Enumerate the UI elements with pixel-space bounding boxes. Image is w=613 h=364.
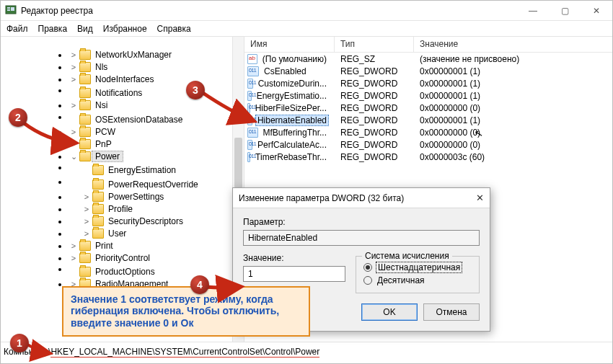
chevron-right-icon[interactable]: > [81, 203, 92, 215]
folder-icon [79, 127, 91, 137]
tree-item[interactable]: PowerRequestOverride [81, 178, 241, 190]
value-row[interactable]: CustomizeDurin...REG_DWORD0x00000001 (1) [244, 77, 612, 89]
close-button[interactable]: ✕ [581, 1, 612, 20]
tree-item[interactable]: >Nsi [69, 99, 241, 112]
dialog-body: Параметр: Значение: Система исчисления Ш… [233, 208, 490, 293]
dialog-titlebar: Изменение параметра DWORD (32 бита) ✕ [233, 188, 490, 208]
value-row[interactable]: MfBufferingThr...REG_DWORD0x00000000 (0) [244, 126, 612, 138]
value-type: REG_DWORD [335, 152, 414, 162]
tree-item[interactable]: >Print [69, 239, 241, 252]
value-name: HiberFileSizePer... [253, 102, 329, 114]
menu-view[interactable]: Вид [77, 24, 93, 34]
value-row[interactable]: EnergyEstimatio...REG_DWORD0x00000001 (1… [244, 89, 612, 102]
tree-item[interactable]: >SecurityDescriptors [81, 215, 241, 227]
tree-item[interactable]: >PnP [69, 138, 241, 150]
value-label: Значение: [243, 253, 345, 263]
value-type: REG_DWORD [335, 103, 414, 113]
tree-item[interactable]: >NodeInterfaces [69, 73, 241, 85]
tree-item-label: PCW [92, 126, 119, 138]
folder-icon [79, 62, 91, 72]
col-value[interactable]: Значение [414, 37, 594, 52]
tree-item[interactable]: >PriorityControl [69, 252, 241, 264]
tree-root: >NetworkUxManager>Nls>NodeInterfacesNoti… [1, 48, 241, 290]
chevron-right-icon[interactable]: > [69, 74, 79, 85]
chevron-right-icon[interactable]: > [69, 138, 79, 150]
badge-3: 3 [186, 81, 205, 99]
col-type[interactable]: Тип [335, 37, 414, 52]
col-name[interactable]: Имя [244, 37, 335, 52]
chevron-right-icon[interactable]: > [69, 240, 79, 252]
value-list: (По умолчанию)REG_SZ(значение не присвое… [244, 53, 612, 163]
chevron-right-icon[interactable]: > [81, 216, 92, 227]
tree-item[interactable]: >Profile [81, 203, 241, 215]
reg-dword-icon [247, 128, 258, 138]
value-row[interactable]: CsEnabledREG_DWORD0x00000001 (1) [244, 65, 612, 77]
param-input[interactable] [243, 230, 480, 246]
reg-dword-icon [247, 66, 259, 76]
chevron-right-icon[interactable]: > [81, 191, 92, 203]
value-data: 0x00000000 (0) [414, 140, 594, 150]
value-row[interactable]: HiberFileSizePer...REG_DWORD0x00000000 (… [244, 102, 612, 114]
reg-dword-icon [247, 140, 252, 150]
cancel-button[interactable]: Отмена [423, 303, 480, 321]
tree-item-label: SecurityDescriptors [105, 216, 187, 227]
tree-item[interactable]: >PCW [69, 125, 241, 138]
chevron-right-icon[interactable]: > [69, 49, 79, 61]
value-input[interactable] [243, 266, 345, 282]
chevron-right-icon[interactable]: > [69, 252, 79, 264]
chevron-right-icon[interactable]: > [69, 126, 79, 138]
window-controls: — ▢ ✕ [517, 1, 612, 20]
statusbar: Компьютер\HKEY_LOCAL_MACHINE\SYSTEM\Curr… [1, 342, 612, 361]
folder-icon [79, 74, 91, 84]
folder-icon [79, 100, 91, 110]
value-data: 0x00000001 (1) [414, 79, 594, 89]
value-row[interactable]: (По умолчанию)REG_SZ(значение не присвое… [244, 53, 612, 65]
list-header: Имя Тип Значение [244, 37, 612, 53]
value-name: EnergyEstimatio... [255, 90, 329, 102]
menubar: Файл Правка Вид Избранное Справка [1, 21, 612, 37]
tree-item[interactable]: Notifications [69, 87, 241, 99]
chevron-right-icon[interactable]: > [69, 99, 79, 111]
svg-rect-3 [11, 7, 14, 11]
radio-hex[interactable]: Шестнадцатеричная [363, 261, 472, 274]
folder-icon [92, 216, 104, 226]
value-type: REG_DWORD [335, 66, 414, 76]
window-title: Редактор реестра [21, 6, 517, 16]
tree-item[interactable]: >User [81, 227, 241, 239]
menu-edit[interactable]: Правка [38, 24, 68, 34]
radio-dec[interactable]: Десятичная [363, 274, 472, 287]
value-row[interactable]: PerfCalculateAc...REG_DWORD0x00000000 (0… [244, 138, 612, 151]
value-name: TimerRebaseThr... [253, 151, 329, 163]
tree-item[interactable]: >PowerSettings [81, 190, 241, 203]
chevron-right-icon[interactable]: > [69, 61, 79, 73]
tree-item[interactable]: >NetworkUxManager [69, 48, 241, 61]
tree-item-label: EnergyEstimation [105, 164, 180, 176]
folder-icon [79, 50, 91, 60]
menu-favorites[interactable]: Избранное [103, 24, 147, 34]
menu-file[interactable]: Файл [6, 24, 28, 34]
reg-dword-icon [247, 103, 250, 113]
tree-item[interactable]: EnergyEstimation [81, 164, 241, 177]
reg-dword-icon [247, 152, 250, 162]
value-row[interactable]: HibernateEnabledREG_DWORD0x00000001 (1) [244, 114, 612, 126]
tree-item-label: PnP [92, 138, 115, 150]
maximize-button[interactable]: ▢ [549, 1, 581, 20]
folder-icon [79, 241, 91, 251]
value-data: 0x0000003c (60) [414, 152, 594, 162]
svg-rect-1 [7, 7, 10, 9]
tree-item[interactable]: ProductOptions [69, 266, 241, 278]
value-name: PerfCalculateAc... [255, 139, 329, 151]
tree-item[interactable]: OSExtensionDatabase [69, 113, 241, 125]
tree-item-label: PriorityControl [92, 252, 154, 264]
menu-help[interactable]: Справка [157, 24, 191, 34]
chevron-right-icon[interactable]: > [81, 228, 92, 239]
value-data: 0x00000001 (1) [414, 91, 594, 101]
dialog-close-button[interactable]: ✕ [476, 192, 484, 203]
value-type: REG_SZ [335, 54, 414, 64]
minimize-button[interactable]: — [517, 1, 549, 20]
tree-item[interactable]: ⌄Power [69, 150, 241, 162]
value-row[interactable]: TimerRebaseThr...REG_DWORD0x0000003c (60… [244, 151, 612, 163]
tree-item[interactable]: >Nls [69, 61, 241, 73]
chevron-down-icon[interactable]: ⌄ [69, 151, 79, 162]
ok-button[interactable]: OK [361, 303, 418, 321]
